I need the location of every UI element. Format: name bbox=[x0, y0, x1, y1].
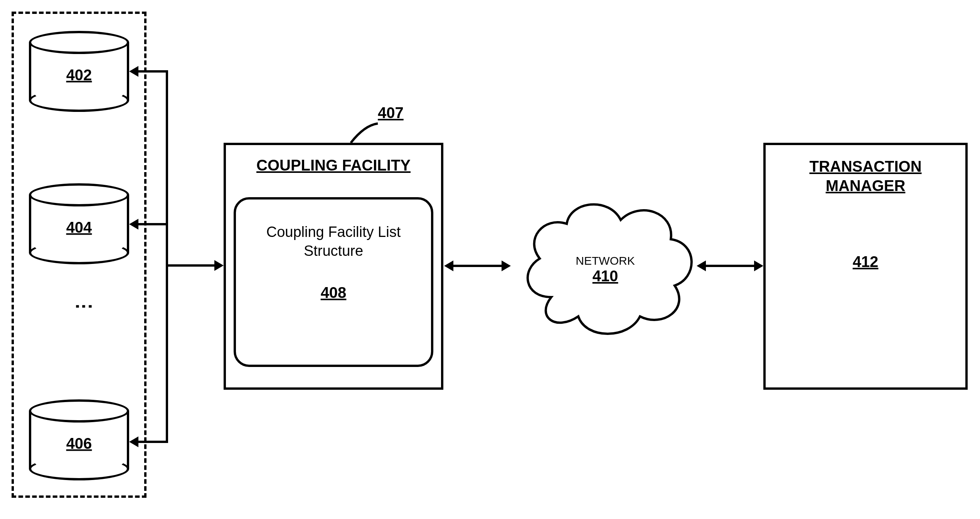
db-cylinder-402: 402 bbox=[29, 31, 129, 112]
callout-407-leader bbox=[349, 122, 380, 145]
coupling-inner-ref: 408 bbox=[248, 284, 419, 301]
coupling-inner-text: Coupling Facility List Structure bbox=[248, 223, 419, 261]
db-cylinder-406: 406 bbox=[29, 399, 129, 480]
arrowhead-nt-left bbox=[697, 260, 706, 271]
diagram-canvas: 402 404 ⋮ 406 COUPLING FACILITY Coupling… bbox=[0, 0, 980, 519]
branch-to-402 bbox=[138, 70, 168, 73]
network-cloud: NETWORK 410 bbox=[509, 181, 702, 343]
arrowhead-nt-right bbox=[754, 260, 763, 271]
callout-407: 407 bbox=[378, 104, 404, 122]
db-ref-402: 402 bbox=[29, 66, 129, 84]
arrowhead-cn-left bbox=[444, 260, 453, 271]
branch-to-404 bbox=[138, 223, 168, 225]
coupling-to-network-line bbox=[453, 265, 503, 267]
arrowhead-406 bbox=[129, 436, 138, 447]
network-label-group: NETWORK 410 bbox=[509, 254, 702, 285]
coupling-title: COUPLING FACILITY bbox=[234, 157, 433, 174]
txn-manager-box: TRANSACTION MANAGER 412 bbox=[763, 143, 968, 390]
arrowhead-404 bbox=[129, 219, 138, 230]
network-to-txn-line bbox=[706, 265, 756, 267]
ellipsis-icon: ⋮ bbox=[73, 297, 95, 319]
coupling-inner-box: Coupling Facility List Structure 408 bbox=[234, 197, 433, 367]
arrowhead-402 bbox=[129, 66, 138, 77]
db-connector-trunk bbox=[166, 70, 168, 443]
db-ref-406: 406 bbox=[29, 435, 129, 452]
db-cylinder-404: 404 bbox=[29, 183, 129, 264]
db-to-coupling-line bbox=[166, 264, 216, 267]
coupling-facility-box: COUPLING FACILITY Coupling Facility List… bbox=[224, 143, 443, 390]
arrowhead-to-coupling bbox=[214, 260, 224, 271]
db-ref-404: 404 bbox=[29, 219, 129, 236]
txn-ref: 412 bbox=[773, 253, 958, 270]
txn-title: TRANSACTION MANAGER bbox=[773, 157, 958, 195]
network-ref: 410 bbox=[509, 267, 702, 285]
branch-to-406 bbox=[138, 441, 168, 443]
network-label-text: NETWORK bbox=[509, 254, 702, 267]
